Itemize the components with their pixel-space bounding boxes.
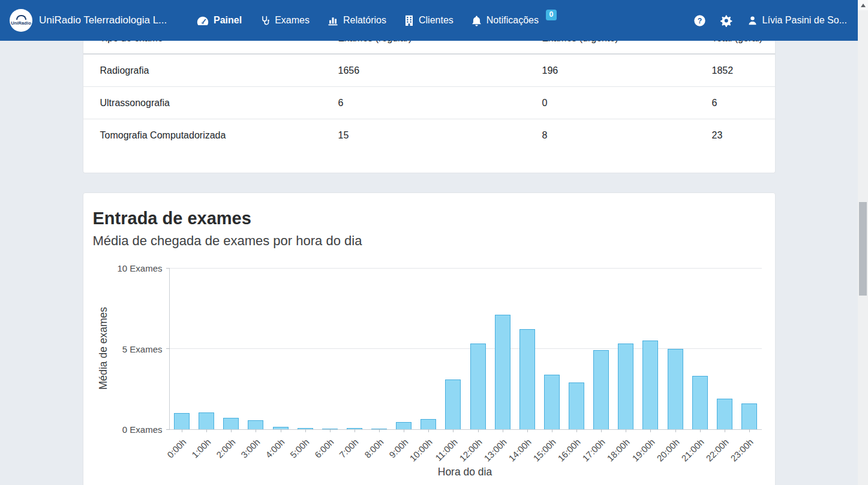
x-tick [428, 429, 429, 432]
bar-0:00h[interactable] [174, 413, 190, 429]
brand-title: UniRadio Telerradiologia L... [39, 14, 167, 26]
bar-12:00h[interactable] [470, 344, 486, 429]
gauge-icon [197, 16, 209, 26]
scroll-up-button[interactable] [858, 0, 868, 10]
bar-21:00h[interactable] [692, 376, 708, 429]
vertical-scrollbar[interactable] [858, 0, 868, 485]
user-icon [747, 16, 758, 26]
value-cell: 196 [542, 65, 712, 76]
nav-item-exames[interactable]: Exames [260, 15, 310, 26]
summary-table-card: Tipo de exame Exames (regular) Exames (u… [83, 41, 776, 173]
gridline [170, 268, 762, 269]
nav-label: Clientes [419, 15, 453, 26]
value-cell: 6 [338, 98, 542, 109]
stethoscope-icon [260, 15, 270, 26]
bar-2:00h[interactable] [223, 418, 239, 429]
x-tick [453, 429, 453, 432]
table-row: Ultrassonografia 6 0 6 [83, 87, 775, 119]
help-icon[interactable]: ? [693, 14, 706, 27]
x-tick [552, 429, 552, 432]
main-nav: Painel Exames Relatórios [197, 15, 557, 26]
top-navbar: UniRadio UniRadio Telerradiologia L... P… [0, 0, 858, 41]
x-tick [626, 429, 626, 432]
y-tick [166, 429, 170, 430]
nav-label: Relatórios [343, 15, 386, 26]
nav-item-relatorios[interactable]: Relatórios [328, 15, 386, 26]
value-cell: 1656 [338, 65, 542, 76]
value-cell: 23 [712, 130, 775, 141]
nav-label: Painel [214, 15, 242, 26]
x-tick [527, 429, 528, 432]
nav-label: Exames [275, 15, 310, 26]
bar-17:00h[interactable] [593, 350, 609, 429]
nav-label: Notificações [486, 15, 539, 26]
x-tick [182, 429, 182, 432]
x-tick [305, 429, 306, 432]
screen: { "colors": { "navbar_bg": "#1c5da6", "b… [0, 0, 868, 485]
value-cell: 6 [712, 98, 775, 109]
row-label-cell: Radiografia [100, 65, 338, 76]
bar-20:00h[interactable] [668, 349, 683, 430]
plot-area: 0 Exames5 Exames10 Exames0:00h1:00h2:00h… [169, 268, 762, 430]
row-label-cell: Tomografia Computadorizada [100, 130, 338, 141]
bar-9:00h[interactable] [396, 422, 412, 429]
scrollbar-thumb[interactable] [859, 202, 867, 296]
value-cell: 8 [542, 130, 712, 141]
bar-23:00h[interactable] [741, 403, 757, 429]
x-tick [281, 429, 281, 432]
value-cell: 1852 [712, 65, 775, 76]
svg-text:?: ? [697, 16, 701, 25]
x-tick [330, 429, 331, 432]
bar-3:00h[interactable] [248, 420, 263, 429]
page-content: Tipo de exame Exames (regular) Exames (u… [0, 41, 858, 485]
user-name: Lívia Pasini de So... [762, 15, 847, 26]
user-menu[interactable]: Lívia Pasini de So... [747, 15, 847, 26]
x-tick [256, 429, 256, 432]
bar-16:00h[interactable] [569, 382, 584, 429]
row-label-cell: Ultrassonografia [100, 98, 338, 109]
bar-11:00h[interactable] [445, 379, 461, 429]
bell-icon [471, 15, 482, 26]
table-header-row-clipped: Tipo de exame Exames (regular) Exames (u… [83, 41, 775, 55]
nav-item-painel[interactable]: Painel [197, 15, 242, 26]
exam-entry-card: Entrada de exames Média de chegada de ex… [83, 192, 776, 485]
bar-1:00h[interactable] [199, 412, 214, 429]
table-header-cell: Exames (regular) [338, 41, 542, 44]
y-axis-title: Média de exames [97, 307, 109, 390]
x-tick [478, 429, 479, 432]
bar-15:00h[interactable] [544, 375, 560, 429]
x-tick [503, 429, 503, 432]
navbar-right: ? Lívia Pasini de So... [693, 14, 847, 27]
nav-item-clientes[interactable]: Clientes [404, 15, 453, 26]
gear-icon[interactable] [720, 14, 733, 27]
y-tick [166, 268, 170, 269]
card-subtitle: Média de chegada de exames por hora do d… [93, 233, 775, 249]
value-cell: 15 [338, 130, 542, 141]
bar-18:00h[interactable] [618, 344, 633, 429]
bar-10:00h[interactable] [421, 419, 436, 429]
x-tick [379, 429, 380, 432]
table-header-cell: Tipo de exame [100, 41, 338, 44]
x-tick [576, 429, 577, 432]
table-header-cell: Exames (urgente) [542, 41, 712, 44]
x-tick [231, 429, 232, 432]
table-row: Tomografia Computadorizada 15 8 23 [83, 119, 775, 151]
building-icon [404, 15, 414, 26]
brand[interactable]: UniRadio UniRadio Telerradiologia L... [10, 9, 180, 32]
x-tick [601, 429, 602, 432]
bar-13:00h[interactable] [495, 315, 510, 429]
x-tick [355, 429, 355, 432]
bar-14:00h[interactable] [519, 329, 535, 429]
y-tick [166, 348, 170, 349]
nav-item-notificacoes[interactable]: Notificações 0 [471, 15, 557, 26]
x-tick [675, 429, 676, 432]
arrow-up-icon [861, 4, 866, 7]
x-tick [725, 429, 725, 432]
table-row: Radiografia 1656 196 1852 [83, 55, 775, 87]
table-header-cell: Total (geral) [712, 41, 775, 44]
bar-22:00h[interactable] [717, 399, 732, 429]
x-tick [206, 429, 207, 432]
bar-chart-icon [328, 16, 338, 26]
bar-19:00h[interactable] [642, 341, 658, 429]
x-tick [404, 429, 404, 432]
